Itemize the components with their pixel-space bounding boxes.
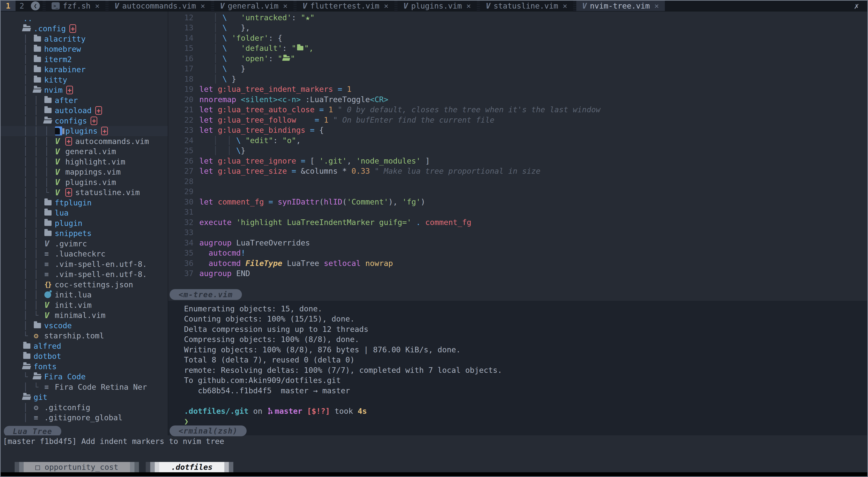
tree-item-alfred[interactable]: alfred (1, 341, 168, 351)
code-line-31: 31 (168, 207, 867, 217)
line-number: 23 (168, 126, 199, 135)
tab-autocommands.vim[interactable]: Vautocommands.vim× (108, 1, 211, 11)
tab-close-icon[interactable]: × (200, 1, 205, 10)
folder-icon (34, 77, 44, 82)
close-all-icon[interactable]: ✗ (846, 1, 867, 11)
folder-icon (23, 353, 34, 359)
code-line-21: 21let g:lua_tree_auto_close = 1 " 0 by d… (168, 105, 867, 115)
tree-item-kitty[interactable]: │kitty (1, 75, 168, 85)
code-text: │ \ } (199, 64, 246, 73)
tree-item-.gitignore-global[interactable]: │≡.gitignore_global (1, 413, 168, 423)
tree-item-label: Fira Code (44, 372, 86, 381)
tree-guide: │ (23, 137, 34, 146)
tree-item-general.vim[interactable]: │││Vgeneral.vim (1, 146, 168, 157)
tree-item-homebrew[interactable]: │homebrew (1, 44, 168, 55)
code-text: let g:lua_tree_indent_markers = 1 (199, 84, 351, 94)
tmux-window--opportunity-cost[interactable]: □ opportunity_cost (14, 462, 139, 472)
tree-item-.vim-spell-en.utf-8.[interactable]: ││≡.vim-spell-en.utf-8. (1, 269, 168, 280)
line-number: 20 (168, 95, 199, 104)
tree-item-highlight.vim[interactable]: │││Vhighlight.vim (1, 157, 168, 167)
tree-item-label: .luacheckrc (55, 249, 105, 258)
tree-item-.luacheckrc[interactable]: ││≡.luacheckrc (1, 249, 168, 259)
tab-close-icon[interactable]: × (283, 1, 287, 10)
tree-item-coc-settings.json[interactable]: ││{}coc-settings.json (1, 279, 168, 290)
code-line-30: 30let comment_fg = synIDattr(hlID('Comme… (168, 197, 867, 207)
tree-item-label: lua (55, 208, 68, 217)
tree-item-statusline.vim[interactable]: ││└V+statusline.vim (1, 188, 168, 198)
tree-item-init.vim[interactable]: ││Vinit.vim (1, 300, 168, 310)
tab-close-icon[interactable]: × (466, 1, 471, 10)
tree-item-autocommands.vim[interactable]: │││V+autocommands.vim (1, 136, 168, 146)
tree-item-starship.toml[interactable]: └⚙starship.toml (1, 331, 168, 341)
tree-item-snippets[interactable]: ││snippets (1, 228, 168, 239)
vim-file-icon: V (55, 188, 65, 197)
tree-item-label: coc-settings.json (55, 280, 133, 289)
tree-item-dotbot[interactable]: dotbot (1, 351, 168, 362)
tree-item-ftplugin[interactable]: ││ftplugin (1, 198, 168, 208)
tree-item-.config[interactable]: .config+ (1, 24, 168, 34)
code-text: │ \ }, (199, 23, 250, 32)
tree-guide: │ (23, 96, 34, 105)
line-number: 33 (168, 228, 199, 237)
tmux-edge (134, 462, 139, 472)
terminal-line: Compressing objects: 100% (8/8), done. (184, 334, 867, 345)
tree-item-alacritty[interactable]: │alacritty (1, 34, 168, 44)
tree-guide: │ (23, 116, 34, 125)
tree-item-mappings.vim[interactable]: │││Vmappings.vim (1, 167, 168, 177)
tree-item-karabiner[interactable]: │karabiner (1, 65, 168, 75)
tree-guide: │ (34, 249, 44, 258)
tree-item-Fira-Code-Retina-Ner[interactable]: │└≡Fira Code Retina Ner (1, 382, 168, 392)
tree-item-autoload[interactable]: ││autoload+ (1, 105, 168, 116)
git-status-badge: + (66, 86, 73, 94)
tab-separator (477, 1, 480, 11)
tree-item-.vim-spell-en.utf-8.[interactable]: ││≡.vim-spell-en.utf-8. (1, 259, 168, 269)
text-file-icon: ≡ (44, 249, 55, 258)
nav-back-button[interactable]: ❮ (28, 1, 42, 11)
tree-item-fonts[interactable]: fonts (1, 361, 168, 372)
tree-item-..[interactable]: .. (1, 13, 168, 24)
code-text: augroup END (199, 269, 250, 278)
tabpage-indicator-inactive[interactable]: 2 (16, 1, 28, 11)
tab-close-icon[interactable]: × (654, 1, 659, 10)
tree-item-plugin[interactable]: ││plugin (1, 218, 168, 228)
code-line-15: 15 │ \ 'default': "", (168, 43, 867, 54)
tree-item-label: git (34, 393, 47, 402)
tab-close-icon[interactable]: × (95, 1, 99, 10)
terminal-icon: >_ (52, 2, 60, 9)
prompt-char: ❯ (184, 416, 867, 427)
tree-item-Fira-Code[interactable]: └Fira Code (1, 372, 168, 382)
tab-close-icon[interactable]: × (563, 1, 567, 10)
terminal-pane[interactable]: Enumerating objects: 15, done.Counting o… (168, 301, 867, 435)
tree-item-.gvimrc[interactable]: ││V.gvimrc (1, 238, 168, 249)
folder-icon (44, 210, 55, 215)
tab-nvim-tree.vim[interactable]: Vnvim-tree.vim× (576, 1, 665, 11)
tabpage-indicator-active[interactable]: 1 (1, 1, 16, 11)
tree-item-nvim[interactable]: │nvim+ (1, 85, 168, 95)
tree-guide: │ (23, 34, 34, 43)
tab-label: statusline.vim (494, 1, 558, 10)
tree-item-.gitconfig[interactable]: │⚙.gitconfig (1, 402, 168, 413)
tree-item-minimal.vim[interactable]: │└Vminimal.vim (1, 310, 168, 320)
tree-item-configs[interactable]: ││configs+ (1, 116, 168, 126)
tree-item-lua[interactable]: ││lua (1, 208, 168, 218)
tree-guide: │ (34, 167, 44, 176)
tree-item-plugins[interactable]: │││plugins+ (1, 126, 168, 136)
tree-item-label: .gvimrc (55, 239, 87, 248)
tree-item-git[interactable]: git (1, 392, 168, 403)
code-line-20: 20nnoremap <silent><c-n> :LuaTreeToggle<… (168, 94, 867, 105)
tab-close-icon[interactable]: × (384, 1, 388, 10)
tree-item-iterm2[interactable]: │iterm2 (1, 54, 168, 65)
vim-file-icon: V (44, 239, 55, 248)
tab-statusline.vim[interactable]: Vstatusline.vim× (480, 1, 573, 11)
git-status-badge: + (101, 127, 108, 135)
tree-item-after[interactable]: ││after (1, 95, 168, 105)
editor-buffer[interactable]: 12 │ \ 'untracked': "★"13 │ \ },14 │ \ '… (168, 11, 867, 301)
tab-fzf.sh[interactable]: >_fzf.sh× (46, 1, 105, 11)
tab-general.vim[interactable]: Vgeneral.vim× (214, 1, 293, 11)
tree-item-plugins.vim[interactable]: │││Vplugins.vim (1, 177, 168, 188)
tree-item-vscode[interactable]: │vscode (1, 320, 168, 331)
tab-fluttertest.vim[interactable]: Vfluttertest.vim× (297, 1, 394, 11)
tmux-window-.dotfiles[interactable]: .dotfiles (146, 462, 233, 472)
tab-plugins.vim[interactable]: Vplugins.vim× (398, 1, 477, 11)
tree-item-init.lua[interactable]: ││init.lua (1, 290, 168, 300)
